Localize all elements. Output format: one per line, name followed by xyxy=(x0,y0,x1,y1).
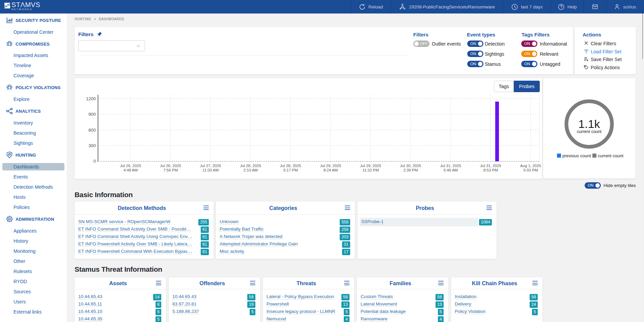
svg-text:5:46 AM: 5:46 AM xyxy=(444,168,458,172)
svg-text:5:17 PM: 5:17 PM xyxy=(283,168,298,172)
svg-text:5:03 PM: 5:03 PM xyxy=(524,168,538,172)
svg-text:4:48 AM: 4:48 AM xyxy=(123,168,138,172)
svg-text:Jul 31, 2025: Jul 31, 2025 xyxy=(440,164,461,168)
svg-text:1.1k: 1.1k xyxy=(578,117,600,130)
svg-text:Jul 29, 2025: Jul 29, 2025 xyxy=(360,164,381,168)
svg-text:Jul 30, 2025: Jul 30, 2025 xyxy=(400,164,421,168)
svg-text:Jul 26, 2025: Jul 26, 2025 xyxy=(160,164,181,168)
svg-text:900: 900 xyxy=(88,112,96,117)
svg-text:11:03 AM: 11:03 AM xyxy=(202,168,219,172)
svg-text:Jul 28, 2025: Jul 28, 2025 xyxy=(280,164,301,168)
svg-text:8:24 AM: 8:24 AM xyxy=(324,168,338,172)
svg-text:previous count: previous count xyxy=(562,153,591,158)
svg-text:current count: current count xyxy=(577,129,601,134)
svg-text:7:56 PM: 7:56 PM xyxy=(163,168,178,172)
svg-text:11:32 PM: 11:32 PM xyxy=(362,168,379,172)
svg-text:Jul 28, 2025: Jul 28, 2025 xyxy=(240,164,261,168)
svg-text:1200: 1200 xyxy=(86,96,96,101)
svg-text:Jul 26, 2025: Jul 26, 2025 xyxy=(120,164,141,168)
svg-text:Jul 31, 2025: Jul 31, 2025 xyxy=(480,164,501,168)
svg-text:2:39 PM: 2:39 PM xyxy=(403,168,418,172)
svg-text:600: 600 xyxy=(88,128,96,133)
svg-text:2:10 AM: 2:10 AM xyxy=(244,168,258,172)
svg-text:Jul 29, 2025: Jul 29, 2025 xyxy=(320,164,341,168)
svg-text:8:53 PM: 8:53 PM xyxy=(483,168,498,172)
svg-text:300: 300 xyxy=(88,143,96,148)
svg-text:Jul 27, 2025: Jul 27, 2025 xyxy=(200,164,221,168)
svg-text:0: 0 xyxy=(93,159,96,164)
svg-text:Aug 1, 2025: Aug 1, 2025 xyxy=(520,164,541,168)
svg-text:current count: current count xyxy=(598,153,623,158)
